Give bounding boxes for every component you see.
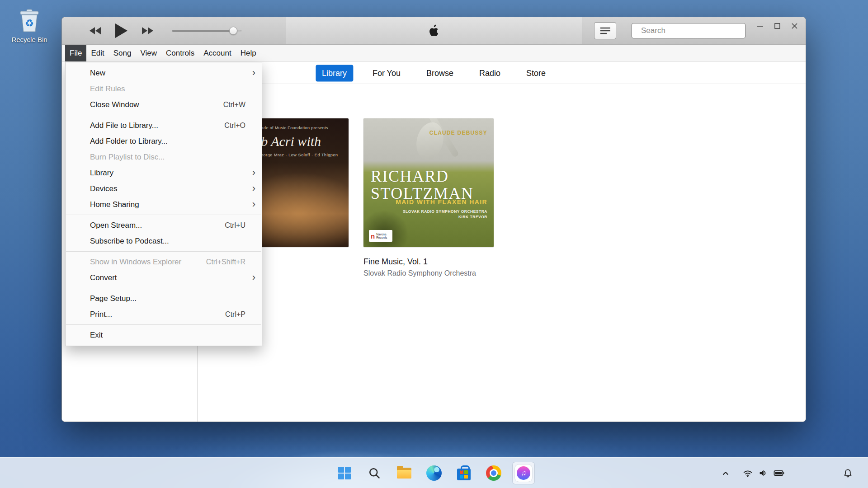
taskbar-center: ♫ [334, 462, 534, 484]
menu-file[interactable]: File [65, 45, 86, 61]
notification-bell-button[interactable] [838, 464, 857, 482]
tab-browse[interactable]: Browse [420, 65, 460, 81]
menu-controls[interactable]: Controls [161, 45, 199, 61]
menu-edit[interactable]: Edit [86, 45, 108, 61]
menu-item-open-stream[interactable]: Open Stream... Ctrl+U [66, 217, 262, 233]
itunes-icon: ♫ [515, 465, 532, 482]
windows-logo-icon [338, 467, 351, 479]
album-artist[interactable]: Slovak Radio Symphony Orchestra [363, 269, 494, 277]
search-icon [368, 467, 381, 479]
toolbar-divider [286, 17, 286, 44]
quick-settings-button[interactable] [737, 464, 790, 482]
itunes-taskbar-button[interactable]: ♫ [513, 462, 534, 484]
menu-account[interactable]: Account [199, 45, 236, 61]
menu-item-devices[interactable]: Devices › [66, 181, 262, 197]
next-button[interactable] [142, 27, 154, 35]
record-label-mark: n [371, 233, 375, 239]
menu-item-add-file-to-library[interactable]: Add File to Library... Ctrl+O [66, 117, 262, 133]
tab-for-you[interactable]: For You [366, 65, 407, 81]
menu-bar: File Edit Song View Controls Account Hel… [62, 45, 806, 62]
menu-item-new[interactable]: New › [66, 65, 262, 81]
maximize-icon [774, 23, 781, 29]
play-button[interactable] [115, 23, 128, 38]
submenu-chevron-icon: › [252, 66, 255, 78]
volume-slider[interactable] [172, 26, 241, 35]
recycle-bin-icon: ♻ [19, 8, 40, 33]
cover-conductor-text: KIRK TREVOR [458, 215, 487, 219]
menu-item-burn-playlist: Burn Playlist to Disc... [66, 149, 262, 165]
desktop: ♻ Recycle Bin [0, 0, 868, 488]
cover-orchestra-text: SLOVAK RADIO SYMPHONY ORCHESTRA [403, 209, 487, 214]
menu-view[interactable]: View [136, 45, 161, 61]
minimize-icon [757, 23, 764, 29]
menu-separator [66, 324, 261, 325]
bell-icon [843, 468, 853, 479]
menu-item-exit[interactable]: Exit [66, 327, 262, 343]
record-label-logo: n Navona Records [369, 230, 392, 242]
close-icon [791, 23, 798, 29]
tab-radio[interactable]: Radio [473, 65, 507, 81]
menu-song[interactable]: Song [109, 45, 136, 61]
microsoft-store-button[interactable] [453, 462, 475, 484]
hidden-icons-button[interactable] [718, 464, 733, 482]
close-button[interactable] [788, 19, 801, 32]
album-cell: CLAUDE DEBUSSY RICHARD STOLTZMAN MAID WI… [363, 118, 494, 277]
wifi-icon [743, 468, 753, 478]
taskbar-search-button[interactable] [363, 462, 385, 484]
taskbar: ♫ [0, 457, 868, 488]
submenu-chevron-icon: › [252, 182, 255, 194]
menu-item-show-in-windows-explorer: Show in Windows Explorer Ctrl+Shift+R [66, 254, 262, 270]
cover-performer-line1: RICHARD [371, 168, 489, 185]
album-title[interactable]: Fine Music, Vol. 1 [363, 257, 494, 267]
cover-composer-text: CLAUDE DEBUSSY [429, 130, 487, 136]
volume-knob[interactable] [229, 27, 237, 35]
microsoft-store-icon [457, 469, 471, 480]
start-button[interactable] [334, 462, 355, 484]
up-next-list-button[interactable] [594, 22, 616, 39]
maximize-button[interactable] [770, 19, 784, 32]
minimize-button[interactable] [753, 19, 767, 32]
menu-item-page-setup[interactable]: Page Setup... [66, 291, 262, 306]
menu-separator [66, 215, 261, 215]
menu-item-close-window[interactable]: Close Window Ctrl+W [66, 97, 262, 113]
menu-separator [66, 251, 261, 252]
submenu-chevron-icon: › [252, 198, 255, 210]
edge-button[interactable] [423, 462, 445, 484]
chevron-up-icon [721, 468, 731, 478]
menu-separator [66, 115, 261, 115]
chrome-button[interactable] [483, 462, 505, 484]
menu-item-convert[interactable]: Convert › [66, 270, 262, 286]
battery-icon [774, 468, 784, 478]
next-icon [142, 27, 154, 35]
record-label-name: Navona Records [376, 233, 389, 239]
header-divider [198, 84, 806, 84]
recycle-bin[interactable]: ♻ Recycle Bin [10, 8, 49, 43]
edge-icon [426, 465, 442, 481]
recycle-bin-label: Recycle Bin [10, 36, 49, 43]
search-box[interactable] [632, 23, 745, 38]
menu-item-edit-rules: Edit Rules [66, 81, 262, 97]
submenu-chevron-icon: › [252, 166, 255, 178]
file-menu-dropdown: New › Edit Rules Close Window Ctrl+W Add… [65, 62, 262, 346]
previous-button[interactable] [89, 27, 101, 35]
menu-separator [66, 288, 261, 288]
volume-icon [758, 468, 768, 478]
play-icon [115, 23, 128, 38]
itunes-window: File Edit Song View Controls Account Hel… [61, 17, 806, 422]
album-cover-fine-music[interactable]: CLAUDE DEBUSSY RICHARD STOLTZMAN MAID WI… [363, 118, 494, 247]
svg-text:♻: ♻ [25, 18, 34, 29]
toolbar-divider [582, 17, 582, 44]
menu-item-home-sharing[interactable]: Home Sharing › [66, 197, 262, 212]
cover-album-title-text: MAID WITH FLAXEN HAIR [396, 198, 487, 206]
search-input[interactable] [641, 26, 741, 35]
menu-item-library[interactable]: Library › [66, 165, 262, 181]
volume-fill [172, 30, 233, 32]
menu-item-print[interactable]: Print... Ctrl+P [66, 306, 262, 322]
menu-help[interactable]: Help [236, 45, 261, 61]
tab-library[interactable]: Library [316, 65, 353, 81]
menu-item-subscribe-to-podcast[interactable]: Subscribe to Podcast... [66, 233, 262, 249]
folder-icon [397, 468, 411, 479]
file-explorer-button[interactable] [393, 462, 415, 484]
menu-item-add-folder-to-library[interactable]: Add Folder to Library... [66, 133, 262, 149]
tab-store[interactable]: Store [520, 65, 552, 81]
